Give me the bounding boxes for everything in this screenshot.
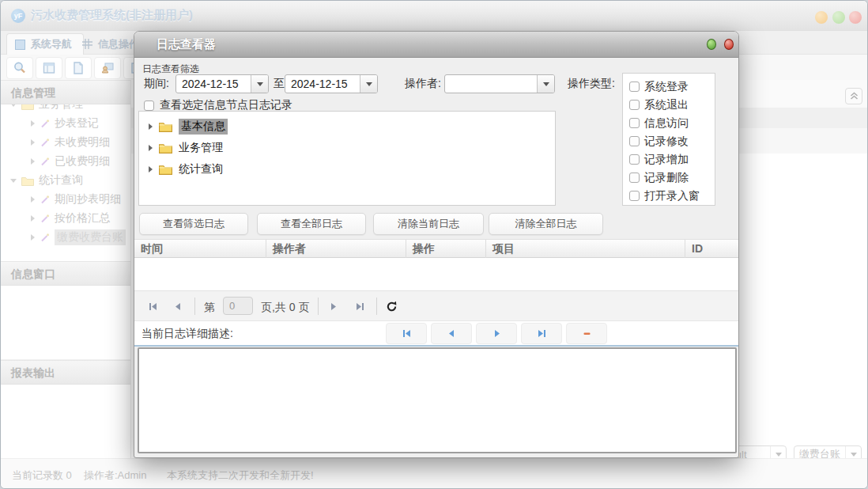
tree-item-price-summary[interactable]: 按价格汇总 (1, 209, 130, 228)
clear-current-logs-button[interactable]: 清除当前日志 (373, 213, 484, 235)
record-prev-button[interactable] (431, 323, 472, 344)
records-button[interactable] (36, 57, 62, 79)
clear-all-logs-button[interactable]: 清除全部日志 (489, 213, 603, 235)
checkbox-record-modify[interactable]: 记录修改 (629, 132, 715, 150)
date-from-value: 2024-12-15 (176, 75, 251, 93)
dialog-tree-label-selected: 基本信息 (179, 119, 228, 135)
checkbox-record-add[interactable]: 记录增加 (629, 150, 715, 169)
date-to-combo[interactable]: 2024-12-15 (285, 74, 378, 93)
tree-item-label: 按价格汇总 (55, 211, 110, 226)
last-page-button[interactable] (351, 298, 368, 315)
column-header-project[interactable]: 项目 (486, 240, 685, 258)
tree-item-stats-query[interactable]: 统计查询 (1, 171, 130, 190)
status-message: 本系统支持二次开发和全新开发! (167, 468, 314, 483)
dialog-tree-item-stats-query[interactable]: 统计查询 (149, 158, 555, 180)
tree-item-paid-detail[interactable]: 已收费明细 (1, 152, 130, 171)
tree-expanded-icon (10, 104, 17, 107)
search-button[interactable] (6, 57, 33, 79)
document-button[interactable] (65, 57, 92, 79)
minimize-button[interactable] (815, 11, 828, 24)
table-icon (42, 61, 56, 75)
column-header-id[interactable]: ID (685, 240, 738, 258)
tree-item-label: 抄表登记 (55, 116, 99, 131)
checkbox-system-logout[interactable]: 系统退出 (629, 96, 715, 114)
tree-collapsed-icon (31, 120, 35, 127)
separator (318, 298, 319, 315)
detail-toolbar: 当前日志详细描述: (134, 321, 738, 347)
checkbox-icon[interactable] (629, 136, 640, 146)
operator-combo[interactable] (444, 74, 555, 93)
wand-icon (40, 233, 50, 243)
refresh-button[interactable] (383, 298, 400, 315)
wand-icon (40, 214, 50, 224)
checkbox-system-login[interactable]: 系统登录 (629, 78, 715, 96)
prev-page-icon (173, 301, 183, 312)
checkbox-icon[interactable] (629, 100, 640, 110)
dialog-maximize-button[interactable] (707, 39, 716, 50)
prev-page-button[interactable] (169, 298, 187, 315)
minus-icon (582, 328, 592, 339)
dialog-close-button[interactable] (724, 39, 734, 50)
log-table-header: 时间 操作者 操作 项目 ID (134, 239, 738, 258)
checkbox-open-entry-window[interactable]: 打开录入窗 (629, 187, 715, 205)
chevron-down-icon[interactable] (360, 75, 377, 93)
sidebar-header-info-window[interactable]: 信息窗口 (1, 261, 130, 286)
tree-item-payment-ledger[interactable]: 缴费收费台账 (1, 228, 130, 247)
checkbox-record-delete[interactable]: 记录删除 (629, 169, 715, 187)
checkbox-icon[interactable] (629, 172, 640, 183)
tree-item-meter-reading[interactable]: 抄表登记 (1, 114, 130, 133)
dialog-tree-item-business-mgmt[interactable]: 业务管理 (149, 137, 555, 158)
app-logo-icon: yF (11, 9, 25, 23)
sidebar-header-info-mgmt[interactable]: 信息管理 (1, 80, 130, 104)
dialog-titlebar[interactable]: 日志查看器 (134, 32, 738, 58)
tree-expanded-icon (10, 179, 17, 183)
next-page-button[interactable] (324, 298, 342, 315)
record-delete-button[interactable] (566, 323, 607, 344)
tree-item-period-reading[interactable]: 期间抄表明细 (1, 190, 130, 209)
sidebar-header-report-output[interactable]: 报表输出 (1, 360, 130, 385)
column-header-operator[interactable]: 操作者 (266, 240, 406, 258)
tree-collapsed-icon (31, 215, 35, 222)
close-button[interactable] (849, 11, 862, 24)
sidebar: 信息管理 业务管理 抄表登记 (1, 80, 131, 458)
record-last-button[interactable] (521, 323, 562, 344)
view-filtered-logs-button[interactable]: 查看筛选日志 (139, 213, 248, 235)
tree-item-unpaid-detail[interactable]: 未收费明细 (1, 133, 130, 152)
wand-icon (40, 119, 50, 129)
page-total-label: 页,共 0 页 (261, 301, 309, 315)
checkbox-icon[interactable] (629, 154, 640, 165)
record-first-button[interactable] (386, 323, 427, 344)
log-detail-textarea[interactable] (138, 347, 737, 453)
tree-collapsed-icon (149, 166, 153, 172)
column-header-operation[interactable]: 操作 (406, 240, 486, 258)
system-nav-icon (15, 40, 25, 50)
collapse-panel-button[interactable] (845, 88, 862, 104)
chevron-down-icon[interactable] (251, 75, 268, 93)
dialog-tree-item-basic-info[interactable]: 基本信息 (149, 116, 555, 137)
op-type-panel: 系统登录 系统退出 信息访问 记录修改 记录增加 记录删除 (622, 73, 715, 206)
tree-item-business-mgmt[interactable]: 业务管理 (1, 104, 130, 114)
chevron-down-icon[interactable] (537, 75, 554, 93)
checkbox-icon[interactable] (144, 100, 154, 111)
checkbox-label: 记录增加 (644, 153, 689, 167)
tab-system-nav[interactable]: 系统导航 (6, 33, 84, 55)
log-table-body (134, 258, 738, 290)
checkbox-icon[interactable] (629, 82, 640, 92)
checkbox-label: 记录删除 (644, 171, 689, 185)
checkbox-icon[interactable] (629, 191, 640, 201)
to-label: 至 (274, 77, 285, 91)
first-page-button[interactable] (144, 298, 161, 315)
tree-collapsed-icon (31, 234, 35, 241)
page-number-input[interactable] (223, 297, 253, 315)
checkbox-icon[interactable] (629, 118, 640, 128)
view-all-logs-button[interactable]: 查看全部日志 (257, 213, 366, 235)
checkbox-info-access[interactable]: 信息访问 (629, 114, 715, 132)
wand-icon (40, 138, 50, 148)
maximize-button[interactable] (832, 11, 845, 24)
column-header-time[interactable]: 时间 (134, 240, 266, 258)
user-window-button[interactable] (94, 57, 121, 79)
date-from-combo[interactable]: 2024-12-15 (175, 74, 269, 93)
tree-collapsed-icon (31, 158, 35, 165)
record-next-button[interactable] (476, 323, 517, 344)
refresh-icon (386, 301, 398, 313)
